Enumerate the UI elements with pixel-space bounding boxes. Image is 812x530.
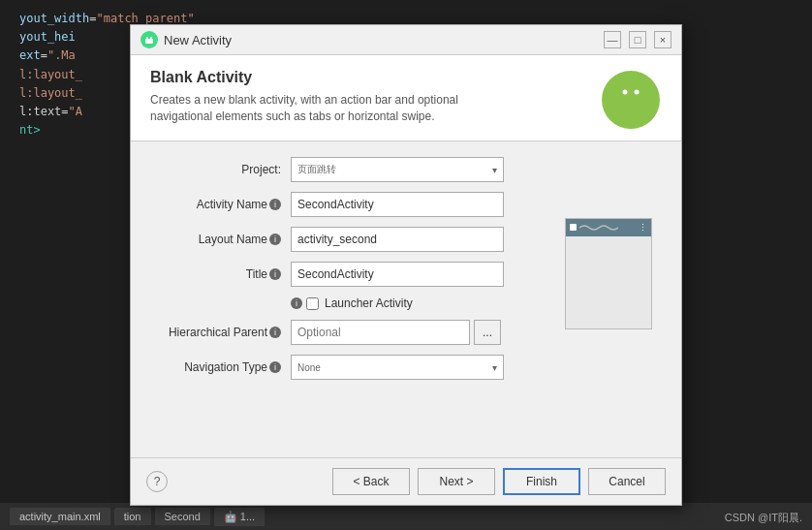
title-label: Title i	[150, 267, 291, 281]
android-robot-icon	[600, 69, 662, 131]
bottom-tab-bar: activity_main.xml tion Second 🤖 1...	[0, 503, 812, 530]
svg-point-11	[617, 75, 621, 78]
title-info-icon[interactable]: i	[269, 268, 281, 280]
preview-nav-icon	[570, 224, 577, 231]
svg-point-8	[635, 90, 640, 95]
launcher-info-icon[interactable]: i	[291, 297, 302, 309]
cancel-button[interactable]: Cancel	[588, 468, 666, 495]
preview-top-bar: ⋮	[566, 219, 651, 236]
hierarchical-input[interactable]	[291, 320, 470, 345]
navigation-type-row: Navigation Type i None ▾	[150, 355, 555, 380]
svg-rect-13	[604, 102, 613, 107]
tab-robot[interactable]: 🤖 1...	[214, 508, 265, 526]
tab-second[interactable]: Second	[155, 508, 210, 525]
title-row: Title i	[150, 262, 555, 287]
activity-name-input[interactable]	[291, 192, 504, 217]
activity-name-label: Activity Name i	[150, 198, 291, 211]
navigation-type-dropdown[interactable]: None ▾	[291, 355, 504, 380]
project-row: Project: 页面跳转 ▾	[150, 157, 555, 182]
project-label: Project:	[150, 163, 291, 176]
dialog-titlebar: New Activity — □ ×	[131, 25, 681, 55]
new-activity-dialog: New Activity — □ × Blank Activity Create…	[130, 24, 682, 506]
close-button[interactable]: ×	[654, 31, 671, 48]
minimize-button[interactable]: —	[604, 31, 621, 48]
svg-rect-3	[150, 37, 152, 40]
dialog-title-text: New Activity	[164, 33, 232, 47]
dialog-header-left: Blank Activity Creates a new blank activ…	[150, 69, 518, 125]
hierarchical-browse-button[interactable]: ...	[474, 320, 501, 345]
tab-tion[interactable]: tion	[114, 508, 151, 525]
layout-name-info-icon[interactable]: i	[269, 234, 281, 245]
svg-point-12	[640, 75, 644, 78]
svg-point-7	[623, 90, 628, 95]
footer-buttons: < Back Next > Finish Cancel	[332, 468, 666, 495]
dialog-spacer	[131, 399, 681, 457]
maximize-button[interactable]: □	[629, 31, 646, 48]
navigation-info-icon[interactable]: i	[269, 361, 281, 373]
window-controls: — □ ×	[604, 31, 671, 48]
layout-name-input[interactable]	[291, 227, 504, 252]
preview-body	[566, 236, 651, 328]
finish-button[interactable]: Finish	[503, 468, 580, 495]
android-logo-icon	[141, 31, 158, 48]
svg-rect-1	[145, 39, 153, 44]
svg-rect-15	[621, 115, 627, 124]
activity-name-row: Activity Name i	[150, 192, 555, 217]
tab-activity-main-xml[interactable]: activity_main.xml	[10, 508, 110, 525]
form-fields: Project: 页面跳转 ▾ Activity Name i	[150, 157, 555, 390]
back-button[interactable]: < Back	[332, 468, 410, 495]
launcher-activity-label: Launcher Activity	[325, 296, 413, 310]
hierarchical-parent-row: Hierarchical Parent i ...	[150, 320, 555, 345]
layout-name-label: Layout Name i	[150, 233, 291, 246]
watermark-text: CSDN @IT阳晨.	[725, 511, 802, 525]
dialog-footer: ? < Back Next > Finish Cancel	[131, 457, 681, 505]
svg-rect-16	[635, 115, 640, 124]
layout-name-row: Layout Name i	[150, 227, 555, 252]
svg-rect-6	[617, 102, 644, 117]
launcher-activity-checkbox[interactable]	[306, 297, 319, 310]
help-button[interactable]: ?	[146, 471, 168, 492]
dialog-body: Project: 页面跳转 ▾ Activity Name i	[131, 141, 681, 399]
next-button[interactable]: Next >	[418, 468, 495, 495]
activity-preview: ⋮	[565, 218, 652, 329]
blank-activity-title: Blank Activity	[150, 69, 518, 86]
dialog-header: Blank Activity Creates a new blank activ…	[131, 55, 681, 141]
form-content: Project: 页面跳转 ▾ Activity Name i	[150, 157, 662, 390]
navigation-type-label: Navigation Type i	[150, 360, 291, 374]
svg-rect-2	[146, 37, 148, 40]
dialog-title-area: New Activity	[141, 31, 232, 48]
form-section: Project: 页面跳转 ▾ Activity Name i	[131, 141, 681, 399]
launcher-activity-row: i Launcher Activity	[150, 296, 555, 310]
blank-activity-description: Creates a new blank activity, with an ac…	[150, 92, 518, 125]
preview-menu-icon: ⋮	[639, 223, 647, 233]
preview-container: ⋮	[555, 157, 662, 390]
svg-rect-14	[648, 102, 658, 107]
hierarchical-info-icon[interactable]: i	[269, 327, 281, 338]
project-dropdown[interactable]: 页面跳转 ▾	[291, 157, 504, 182]
preview-title-wavy	[579, 224, 618, 232]
hierarchical-label: Hierarchical Parent i	[150, 326, 291, 339]
title-input[interactable]	[291, 262, 504, 287]
activity-name-info-icon[interactable]: i	[269, 199, 281, 210]
